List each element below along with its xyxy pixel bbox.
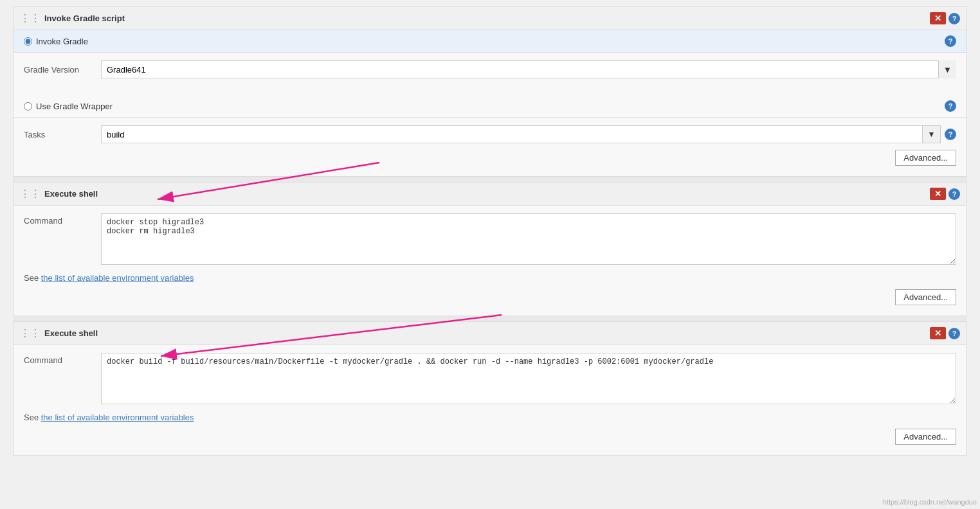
execute-shell-2-section: ⋮⋮ Execute shell ✕ ? Command docker buil… [13,321,967,456]
watermark: https://blog.csdn.net/wangduo [883,498,977,506]
execute-shell-1-header: ⋮⋮ Execute shell ✕ ? [14,183,966,206]
execute-shell-1-body: Command docker stop higradle3 docker rm … [14,206,966,316]
tasks-dropdown-button[interactable]: ▼ [923,125,941,143]
tasks-input[interactable] [101,125,923,143]
env-vars-1-row: See the list of available environment va… [24,273,956,283]
use-gradle-wrapper-help-button[interactable]: ? [945,100,956,112]
execute-shell-1-help-button[interactable]: ? [948,188,960,200]
execute-shell-1-section: ⋮⋮ Execute shell ✕ ? Command docker stop… [13,182,967,316]
execute-shell-1-advanced-button[interactable]: Advanced... [895,289,956,305]
execute-shell-1-close-button[interactable]: ✕ [930,188,946,200]
drag-handle-1-icon: ⋮⋮ [20,188,41,200]
command-2-textarea[interactable]: docker build -f build/resources/main/Doc… [101,353,956,404]
env-vars-2-row: See the list of available environment va… [24,413,956,422]
execute-shell-2-help-button[interactable]: ? [948,328,960,339]
use-gradle-wrapper-radio[interactable] [24,102,32,111]
execute-shell-2-advanced-button[interactable]: Advanced... [895,429,956,445]
invoke-gradle-section: ⋮⋮ Invoke Gradle script ✕ ? Invoke Gradl… [13,6,967,177]
command-1-label: Command [24,213,101,226]
tasks-row: Tasks ▼ ? [24,125,956,143]
env-vars-1-prefix: See [24,273,41,283]
command-2-row: Command docker build -f build/resources/… [24,353,956,406]
invoke-gradle-advanced-button[interactable]: Advanced... [895,150,956,166]
gradle-version-select-wrapper: Gradle641 Gradle640 Gradle630 ▼ [101,60,956,78]
drag-handle-2-icon: ⋮⋮ [20,327,41,339]
execute-shell-2-title: Execute shell [44,328,930,338]
execute-shell-2-header: ⋮⋮ Execute shell ✕ ? [14,322,966,345]
command-2-textarea-wrapper: docker build -f build/resources/main/Doc… [101,353,956,406]
invoke-gradle-title: Invoke Gradle script [44,13,930,23]
invoke-gradle-radio-help-button[interactable]: ? [945,35,956,47]
tasks-body: Tasks ▼ ? Advanced... [14,118,966,176]
command-1-textarea-wrapper: docker stop higradle3 docker rm higradle… [101,213,956,267]
tasks-help-button[interactable]: ? [945,129,956,140]
execute-shell-2-close-button[interactable]: ✕ [930,327,946,339]
invoke-gradle-radio-label: Invoke Gradle [36,37,88,46]
env-vars-2-link[interactable]: the list of available environment variab… [41,413,194,422]
execute-shell-1-title: Execute shell [44,189,930,199]
execute-shell-2-body: Command docker build -f build/resources/… [14,345,966,455]
gradle-version-label: Gradle Version [24,65,101,75]
invoke-gradle-radio[interactable] [24,37,32,46]
execute-shell-1-advanced-row: Advanced... [24,289,956,305]
gradle-version-row: Gradle Version Gradle641 Gradle640 Gradl… [24,60,956,78]
invoke-gradle-advanced-row: Advanced... [24,150,956,166]
invoke-gradle-help-button[interactable]: ? [948,13,960,24]
tasks-label: Tasks [24,130,101,139]
command-1-row: Command docker stop higradle3 docker rm … [24,213,956,267]
command-1-textarea[interactable]: docker stop higradle3 docker rm higradle… [101,213,956,265]
tasks-input-wrapper: ▼ [101,125,941,143]
drag-handle-icon: ⋮⋮ [20,12,41,24]
invoke-gradle-header: ⋮⋮ Invoke Gradle script ✕ ? [14,7,966,30]
command-2-label: Command [24,353,101,365]
gradle-version-select[interactable]: Gradle641 Gradle640 Gradle630 [101,60,956,78]
invoke-gradle-close-button[interactable]: ✕ [930,12,946,24]
gradle-version-body: Gradle Version Gradle641 Gradle640 Gradl… [14,53,966,95]
invoke-gradle-radio-row: Invoke Gradle ? [14,30,966,53]
use-gradle-wrapper-radio-row: Use Gradle Wrapper ? [14,95,966,118]
env-vars-1-link[interactable]: the list of available environment variab… [41,273,194,283]
env-vars-2-prefix: See [24,413,41,422]
use-gradle-wrapper-label: Use Gradle Wrapper [36,102,113,111]
execute-shell-2-advanced-row: Advanced... [24,429,956,445]
